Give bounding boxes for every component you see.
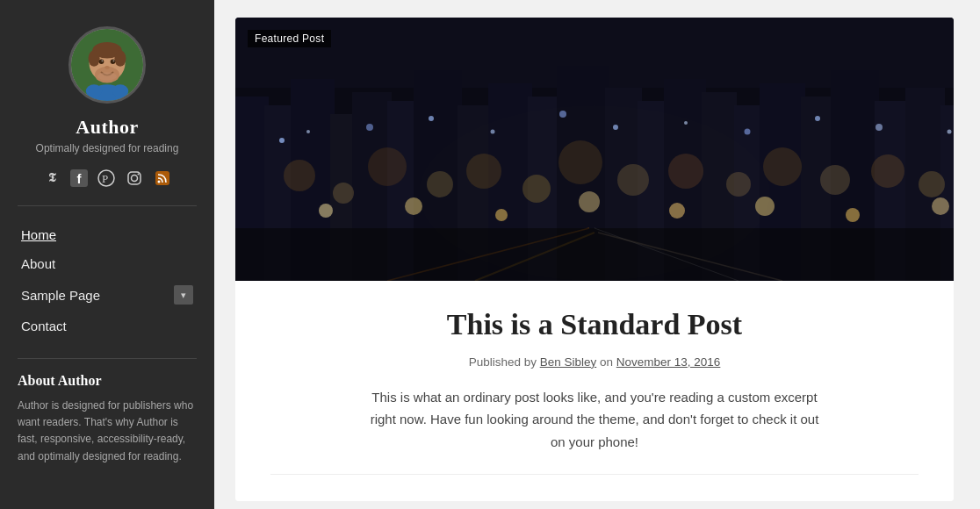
svg-point-71 bbox=[279, 138, 285, 143]
svg-point-10 bbox=[113, 60, 115, 61]
svg-point-74 bbox=[429, 116, 434, 121]
svg-point-20 bbox=[138, 174, 140, 176]
svg-point-70 bbox=[932, 197, 949, 215]
svg-point-7 bbox=[99, 59, 104, 64]
facebook-icon[interactable]: f bbox=[70, 169, 88, 187]
svg-text:P: P bbox=[102, 172, 108, 185]
sidebar-tagline: Optimally designed for reading bbox=[36, 142, 179, 154]
rss-icon[interactable] bbox=[153, 168, 172, 188]
instagram-icon[interactable] bbox=[125, 168, 144, 188]
twitter-icon[interactable]: 𝕿 bbox=[42, 168, 61, 188]
svg-point-11 bbox=[104, 66, 110, 69]
about-author-text: Author is designed for publishers who wa… bbox=[18, 398, 197, 465]
post-meta-middle: on bbox=[596, 355, 616, 369]
nav-item-about[interactable]: About bbox=[0, 249, 214, 278]
svg-point-51 bbox=[368, 147, 407, 186]
svg-point-72 bbox=[306, 130, 310, 133]
svg-point-50 bbox=[333, 183, 354, 204]
svg-point-62 bbox=[919, 171, 945, 197]
svg-point-59 bbox=[763, 147, 802, 186]
svg-point-81 bbox=[876, 124, 883, 131]
svg-point-80 bbox=[815, 116, 820, 121]
svg-point-63 bbox=[319, 204, 333, 218]
svg-point-5 bbox=[89, 50, 100, 67]
nav-item-contact[interactable]: Contact bbox=[0, 312, 214, 341]
svg-point-22 bbox=[158, 181, 161, 183]
svg-rect-21 bbox=[155, 171, 169, 185]
svg-point-82 bbox=[948, 130, 952, 134]
svg-point-69 bbox=[846, 208, 860, 222]
svg-point-6 bbox=[114, 50, 126, 67]
about-author-title: About Author bbox=[18, 373, 197, 389]
post-date-link[interactable]: November 13, 2016 bbox=[616, 355, 721, 369]
post-author-link[interactable]: Ben Sibley bbox=[540, 355, 597, 369]
post-title: This is a Standard Post bbox=[270, 307, 919, 343]
svg-point-9 bbox=[101, 60, 103, 61]
nav-item-sample-page[interactable]: Sample Page ▾ bbox=[0, 278, 214, 312]
sidebar-profile: Author Optimally designed for reading 𝕿 … bbox=[0, 0, 214, 205]
post-meta-prefix: Published by bbox=[469, 355, 540, 369]
avatar bbox=[68, 26, 146, 104]
featured-label: Featured Post bbox=[248, 30, 331, 47]
chevron-down-icon[interactable]: ▾ bbox=[174, 285, 193, 305]
svg-point-88 bbox=[419, 105, 770, 281]
svg-point-14 bbox=[86, 84, 103, 97]
post-content: This is a Standard Post Published by Ben… bbox=[235, 281, 954, 501]
svg-point-79 bbox=[745, 129, 751, 135]
post-excerpt: This is what an ordinary post looks like… bbox=[366, 386, 823, 454]
sidebar: Author Optimally designed for reading 𝕿 … bbox=[0, 0, 214, 509]
featured-image: Featured Post bbox=[235, 18, 954, 281]
svg-point-15 bbox=[112, 84, 129, 97]
sidebar-title: Author bbox=[76, 116, 138, 139]
sidebar-nav: Home About Sample Page ▾ Contact bbox=[0, 206, 214, 349]
nav-item-home[interactable]: Home bbox=[0, 220, 214, 249]
svg-point-49 bbox=[284, 160, 315, 191]
svg-point-8 bbox=[111, 59, 116, 64]
pinterest-icon[interactable]: P bbox=[97, 168, 116, 188]
svg-point-12 bbox=[97, 72, 117, 80]
main-content: Featured Post This is a Standard Post Pu… bbox=[214, 0, 980, 509]
svg-point-60 bbox=[820, 165, 850, 195]
svg-point-61 bbox=[871, 154, 904, 188]
post-meta: Published by Ben Sibley on November 13, … bbox=[270, 355, 919, 369]
featured-post-card: Featured Post This is a Standard Post Pu… bbox=[235, 18, 954, 501]
divider-2 bbox=[18, 358, 197, 359]
social-icons: 𝕿 f P bbox=[42, 168, 172, 188]
sidebar-about-section: About Author Author is designed for publ… bbox=[0, 373, 214, 483]
post-divider bbox=[270, 474, 919, 475]
svg-point-73 bbox=[366, 124, 373, 131]
svg-point-19 bbox=[132, 176, 138, 182]
